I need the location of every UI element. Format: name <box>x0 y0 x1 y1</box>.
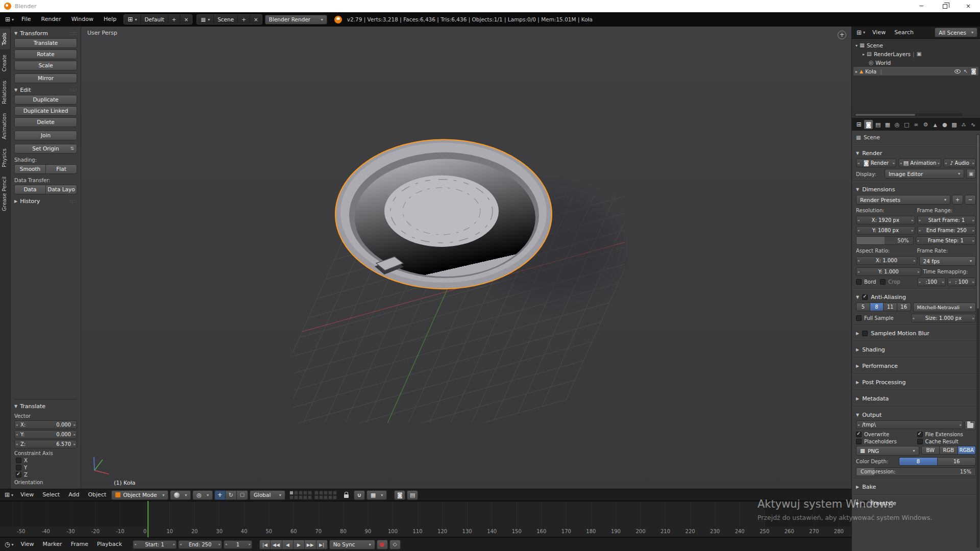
panel-header-metadata[interactable]: ▶Metadata <box>856 393 976 404</box>
operator-panel-header[interactable]: ▼Translate <box>14 401 77 411</box>
outliner-item-world[interactable]: World <box>861 58 978 67</box>
transform-orientation-dropdown[interactable]: Global <box>250 490 285 500</box>
opengl-render-button[interactable] <box>394 490 405 500</box>
eye-icon[interactable] <box>954 69 961 73</box>
crop-checkbox[interactable]: Crop <box>880 279 900 285</box>
depth-8[interactable]: 8 <box>899 457 938 466</box>
display-extra-button[interactable] <box>966 169 976 179</box>
constraint-z-checkbox[interactable]: Z <box>16 472 77 478</box>
vector-z-field[interactable]: Z:6.570 <box>14 440 77 448</box>
sync-mode-dropdown[interactable]: No Sync <box>329 540 375 549</box>
aa-samples-5[interactable]: 5 <box>856 303 870 311</box>
render-engine-dropdown[interactable]: Blender Render <box>265 15 327 24</box>
file-format-dropdown[interactable]: PNG <box>856 446 919 456</box>
expand-closed-icon[interactable] <box>863 51 865 57</box>
end-frame-field[interactable]: End: 250 <box>178 540 222 549</box>
timeline-menu-frame[interactable]: Frame <box>67 538 92 551</box>
browse-output-button[interactable] <box>965 420 976 430</box>
jump-to-end-button[interactable] <box>316 540 328 549</box>
snap-toggle-button[interactable] <box>354 490 365 500</box>
tab-object-data[interactable] <box>931 120 940 129</box>
outliner-menu-search[interactable]: Search <box>891 26 917 39</box>
view3d-menu-object[interactable]: Object <box>84 488 110 502</box>
timeline-canvas[interactable] <box>0 501 851 527</box>
tab-world[interactable] <box>893 120 901 129</box>
scale-manipulator-button[interactable] <box>237 490 248 500</box>
play-button[interactable] <box>293 540 305 549</box>
mesh-object-kola[interactable] <box>335 139 617 297</box>
set-origin-dropdown[interactable]: Set Origin <box>14 144 77 154</box>
timeline-editor[interactable]: -50-40-30-20-100102030405060708090100110… <box>0 501 851 537</box>
panel-header-post-processing[interactable]: ▶Post Processing <box>856 377 976 388</box>
panel-header-performance[interactable]: ▶Performance <box>856 360 976 371</box>
tab-material[interactable] <box>940 120 949 129</box>
layer-group-1[interactable] <box>289 491 312 499</box>
tab-texture[interactable] <box>950 120 959 129</box>
view3d-menu-select[interactable]: Select <box>39 488 63 502</box>
panel-header-freestyle[interactable]: ▶Freestyle <box>856 497 976 509</box>
render-animation-button[interactable]: Animation <box>898 159 941 167</box>
lock-to-scene-button[interactable] <box>341 490 352 500</box>
vector-x-field[interactable]: X:0.000 <box>14 420 77 429</box>
camera-render-icon[interactable] <box>971 68 976 74</box>
cursor-arrow-icon[interactable] <box>964 68 968 74</box>
depth-16[interactable]: 16 <box>938 457 976 466</box>
frame-rate-dropdown[interactable]: 24 fps <box>919 256 976 266</box>
info-editor-type-button[interactable]: ▾ <box>3 15 16 24</box>
panel-header-dimensions[interactable]: ▼Dimensions <box>856 184 976 195</box>
expand-closed-icon[interactable] <box>855 68 857 74</box>
render-audio-button[interactable]: ♪ Audio <box>943 159 976 167</box>
tab-particles[interactable] <box>960 120 968 129</box>
tab-tools[interactable]: Tools <box>0 29 10 49</box>
pivot-dropdown[interactable] <box>192 490 213 500</box>
render-presets-dropdown[interactable]: Render Presets <box>856 195 950 205</box>
panel-header-history[interactable]: ▶History <box>14 196 77 206</box>
outliner-item-renderlayers[interactable]: RenderLayers | <box>861 49 978 58</box>
border-checkbox[interactable]: Bord <box>856 279 876 285</box>
close-button[interactable]: × <box>957 0 980 12</box>
start-frame-field[interactable]: Start Frame: 1 <box>917 216 976 224</box>
panel-header-render[interactable]: ▼Render <box>856 147 976 159</box>
tab-constraints[interactable] <box>912 120 921 129</box>
outliner-item-kola[interactable]: Koła | <box>853 67 978 76</box>
scene-browse-button[interactable]: ▾ <box>197 15 214 24</box>
channel-rgb[interactable]: RGB <box>940 446 958 455</box>
tab-render[interactable] <box>864 120 873 129</box>
layout-browse-button[interactable]: ▾ <box>124 15 141 24</box>
translate-manipulator-button[interactable] <box>214 490 226 500</box>
aspect-y-field[interactable]: Y: 1.000 <box>856 267 921 276</box>
minimize-button[interactable]: ─ <box>910 0 933 12</box>
add-preset-button[interactable] <box>952 195 963 205</box>
layout-name-field[interactable]: Default <box>141 15 168 24</box>
panel-header-shading[interactable]: ▶Shading <box>856 344 976 355</box>
tab-scene[interactable] <box>884 120 892 129</box>
placeholders-checkbox[interactable]: Placeholders <box>856 439 915 444</box>
scene-add-button[interactable] <box>238 15 250 24</box>
aa-samples-8[interactable]: 8 <box>870 303 884 311</box>
menu-help[interactable]: Help <box>99 13 121 26</box>
current-frame-field[interactable]: 1 <box>224 540 252 549</box>
auto-keyframe-button[interactable] <box>377 540 388 549</box>
channel-rgba[interactable]: RGBA <box>958 446 976 455</box>
join-button[interactable]: Join <box>14 131 77 140</box>
resolution-x-field[interactable]: X: 1920 px <box>856 216 915 224</box>
data-layout-transfer-button[interactable]: Data Layo <box>46 185 77 194</box>
tab-render-layers[interactable] <box>874 120 883 129</box>
display-dropdown[interactable]: Image Editor <box>885 169 964 179</box>
shade-flat-button[interactable]: Flat <box>46 164 77 174</box>
panel-header-anti-aliasing[interactable]: ▼Anti-Aliasing <box>856 291 976 303</box>
jump-to-start-button[interactable] <box>259 540 271 549</box>
tab-relations[interactable]: Relations <box>0 77 10 108</box>
tab-animation[interactable]: Animation <box>0 109 10 143</box>
data-transfer-button[interactable]: Data <box>14 185 46 194</box>
aa-filter-dropdown[interactable]: Mitchell-Netravali <box>913 303 976 312</box>
motion-blur-checkbox[interactable] <box>862 331 868 336</box>
output-path-field[interactable]: /tmp\ <box>856 420 963 429</box>
rotate-button[interactable]: Rotate <box>14 49 77 59</box>
render-button[interactable]: Render <box>856 159 896 167</box>
layout-add-button[interactable] <box>168 15 181 24</box>
tab-physics[interactable]: Physics <box>0 144 10 171</box>
panel-header-sampled-motion-blur[interactable]: ▶Sampled Motion Blur <box>856 328 976 339</box>
view3d-menu-add[interactable]: Add <box>65 488 83 502</box>
layer-cell-active[interactable] <box>289 491 293 495</box>
